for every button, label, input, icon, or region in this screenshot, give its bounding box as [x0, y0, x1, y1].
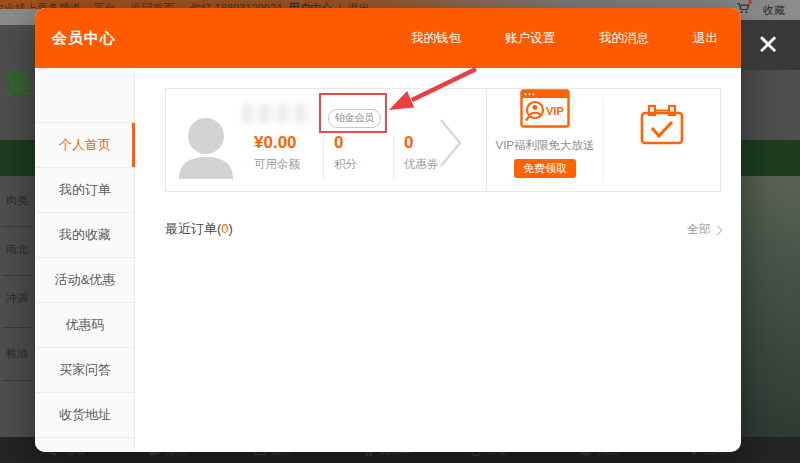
recent-orders-count: 0: [221, 221, 228, 236]
free-claim-button[interactable]: 免费领取: [514, 159, 576, 178]
signin-calendar-section: [603, 89, 720, 191]
coupons-label: 优惠券: [404, 157, 439, 172]
cart-badge-dot: [748, 0, 752, 4]
backdrop-category: 冲调: [0, 291, 34, 306]
close-zone: ✕: [741, 20, 800, 70]
backdrop-hero-image: [741, 176, 800, 437]
modal-nav: 我的钱包 账户设置 我的消息 退出: [411, 8, 718, 68]
close-icon[interactable]: ✕: [748, 27, 788, 63]
vip-benefits-section: VIP VIP福利限免大放送 免费领取: [486, 89, 603, 191]
vip-icon: VIP: [520, 89, 570, 129]
sidebar-item-shipping-address[interactable]: 收货地址: [35, 393, 135, 438]
stat-balance[interactable]: ¥0.00 可用余额: [254, 133, 300, 172]
modal-sidebar: 个人首页 我的订单 我的收藏 活动&优惠 优惠码 买家问答 收货地址: [35, 68, 135, 452]
sidebar-item-buyer-qa[interactable]: 买家问答: [35, 348, 135, 393]
backdrop-favorite-link[interactable]: 收藏: [763, 3, 785, 18]
balance-value: ¥0.00: [254, 133, 300, 153]
username-redacted: [242, 103, 312, 124]
annotation-highlight-rect: [319, 93, 387, 133]
divider: [393, 134, 394, 180]
view-all-orders-link[interactable]: 全部: [687, 221, 721, 238]
divider: [2, 380, 31, 381]
sidebar-item-personal-home[interactable]: 个人首页: [35, 122, 135, 168]
modal-title: 会员中心: [52, 29, 116, 48]
divider: [2, 275, 31, 276]
backdrop-category-menu: 肉类 南北 冲调 粮油: [0, 176, 34, 430]
sidebar-item-coupon-code[interactable]: 优惠码: [35, 303, 135, 348]
vip-benefits-label: VIP福利限免大放送: [487, 138, 603, 153]
sidebar-item-activities-discounts[interactable]: 活动&优惠: [35, 258, 135, 303]
nav-logout[interactable]: 退出: [693, 30, 718, 47]
points-label: 积分: [334, 157, 357, 172]
backdrop-logo: 集: [5, 64, 36, 104]
nav-my-wallet[interactable]: 我的钱包: [411, 30, 461, 47]
profile-card: 铂金会员 ¥0.00 可用余额 0 积分 0 优惠券: [165, 88, 721, 192]
avatar: [178, 115, 234, 183]
nav-my-messages[interactable]: 我的消息: [599, 30, 649, 47]
divider: [323, 134, 324, 180]
points-value: 0: [334, 133, 357, 153]
divider: [2, 327, 31, 328]
backdrop-category: 肉类: [0, 193, 34, 208]
sidebar-item-my-orders[interactable]: 我的订单: [35, 168, 135, 213]
sidebar-item-my-favorites[interactable]: 我的收藏: [35, 213, 135, 258]
screen: 农业线上票务频道 平台 返回首页 你好 18893129924 用户中心 | 退…: [0, 0, 800, 463]
chevron-right-icon[interactable]: [438, 117, 464, 173]
svg-text:VIP: VIP: [546, 105, 564, 117]
calendar-check-icon[interactable]: [639, 104, 685, 146]
chevron-right-icon: [713, 225, 723, 235]
recent-orders-title: 最近订单(0): [165, 220, 233, 238]
stat-coupons[interactable]: 0 优惠券: [404, 133, 439, 172]
stat-points[interactable]: 0 积分: [334, 133, 357, 172]
divider: [2, 226, 31, 227]
nav-account-settings[interactable]: 账户设置: [505, 30, 555, 47]
backdrop-category: 南北: [0, 242, 34, 257]
member-center-modal: 会员中心 我的钱包 账户设置 我的消息 退出 个人首页 我的订单 我的收藏 活动…: [35, 8, 741, 452]
balance-label: 可用余额: [254, 157, 300, 172]
coupons-value: 0: [404, 133, 439, 153]
modal-header: 会员中心 我的钱包 账户设置 我的消息 退出: [35, 8, 741, 68]
backdrop-category: 粮油: [0, 346, 34, 361]
